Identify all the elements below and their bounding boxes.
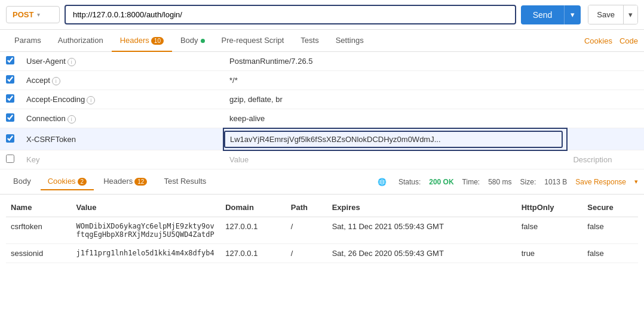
save-response-arrow[interactable]: ▾	[634, 178, 638, 186]
cookie-row-1: sessionid j1f11prg1lnh1elo5d1kki4m4x8dfy…	[6, 244, 638, 263]
method-select[interactable]: POST ▾	[6, 6, 60, 23]
save-button[interactable]: Save	[588, 5, 623, 24]
header-desc-1	[567, 71, 644, 90]
headers-section: User-Agenti PostmanRuntime/7.26.5 Accept…	[0, 52, 644, 169]
cookies-badge: 2	[78, 178, 87, 186]
header-checkbox-2[interactable]	[6, 94, 14, 103]
cookie-path-1: /	[286, 244, 327, 263]
cookie-name-1: sessionid	[6, 244, 72, 263]
response-tab-test-results[interactable]: Test Results	[157, 173, 213, 190]
send-group: Send ▾	[521, 5, 581, 24]
cookie-path-0: /	[286, 217, 327, 244]
header-key-2: Accept-Encoding	[26, 95, 85, 104]
response-tab-cookies[interactable]: Cookies2	[41, 173, 94, 190]
tab-body[interactable]: Body	[172, 30, 213, 52]
col-path: Path	[286, 197, 327, 217]
globe-icon: 🌐	[378, 178, 387, 186]
cookies-section: Name Value Domain Path Expires HttpOnly …	[0, 197, 644, 263]
header-checkbox-3[interactable]	[6, 113, 14, 122]
url-input[interactable]	[65, 5, 516, 24]
header-key-3: Connection	[26, 114, 66, 123]
cookies-table-header: Name Value Domain Path Expires HttpOnly …	[6, 197, 638, 217]
tab-headers[interactable]: Headers10	[112, 30, 172, 52]
table-row: X-CSRFToken Lw1avYjR4EmrsjVgf5lk6fSsXBZs…	[0, 128, 644, 150]
header-checkbox-4[interactable]	[6, 134, 14, 143]
method-label: POST	[13, 10, 33, 19]
info-icon-3[interactable]: i	[68, 115, 76, 124]
save-response-button[interactable]: Save Response	[575, 178, 626, 186]
header-checkbox-0[interactable]	[6, 56, 14, 64]
cookie-value-1: j1f11prg1lnh1elo5d1kki4m4x8dfyb4	[72, 244, 221, 263]
info-icon-2[interactable]: i	[87, 96, 95, 104]
response-bar: Body Cookies2 Headers12 Test Results 🌐 S…	[0, 169, 644, 195]
header-key-1: Accept	[26, 76, 50, 85]
header-desc-0	[567, 52, 644, 71]
header-value-0: PostmanRuntime/7.26.5	[229, 57, 312, 66]
save-dropdown-button[interactable]: ▾	[623, 5, 637, 24]
cookie-secure-1: false	[582, 244, 638, 263]
col-expires: Expires	[327, 197, 517, 217]
request-tabs-bar: Params Authorization Headers10 Body Pre-…	[0, 30, 644, 52]
method-dropdown-icon: ▾	[37, 11, 40, 18]
table-row: Accepti */*	[0, 71, 644, 90]
size-label: Size:	[520, 178, 536, 186]
header-checkbox-1[interactable]	[6, 75, 14, 84]
header-value-placeholder: Value	[229, 155, 249, 164]
col-name: Name	[6, 197, 72, 217]
tab-authorization[interactable]: Authorization	[50, 30, 112, 52]
header-desc-4	[567, 128, 644, 150]
cookie-expires-1: Sat, 26 Dec 2020 05:59:43 GMT	[327, 244, 517, 263]
cookie-domain-0: 127.0.0.1	[220, 217, 286, 244]
header-key-placeholder: Key	[26, 155, 39, 164]
response-tab-headers[interactable]: Headers12	[96, 173, 154, 190]
tab-settings[interactable]: Settings	[327, 30, 372, 52]
cookie-domain-1: 127.0.0.1	[220, 244, 286, 263]
cookies-table: Name Value Domain Path Expires HttpOnly …	[6, 197, 638, 263]
top-bar: POST ▾ Send ▾ Save ▾	[0, 0, 644, 30]
table-row: User-Agenti PostmanRuntime/7.26.5	[0, 52, 644, 71]
info-icon-0[interactable]: i	[68, 58, 76, 66]
headers-table: User-Agenti PostmanRuntime/7.26.5 Accept…	[0, 52, 644, 169]
cookie-secure-0: false	[582, 217, 638, 244]
code-link[interactable]: Code	[620, 36, 638, 45]
size-value: 1013 B	[544, 178, 567, 186]
headers-badge: 10	[151, 37, 164, 45]
table-row: Connectioni keep-alive	[0, 109, 644, 128]
col-httponly: HttpOnly	[517, 197, 583, 217]
status-info: 🌐 Status: 200 OK Time: 580 ms Size: 1013…	[378, 178, 638, 186]
col-value: Value	[72, 197, 221, 217]
header-value-4: Lw1avYjR4EmrsjVgf5lk6fSsXBZsONlokDCDHyz0…	[230, 135, 441, 144]
header-desc-3	[567, 109, 644, 128]
tab-prerequest[interactable]: Pre-request Script	[213, 30, 293, 52]
response-headers-badge: 12	[134, 178, 147, 186]
cookie-httponly-1: true	[517, 244, 583, 263]
cookie-name-0: csrftoken	[6, 217, 72, 244]
tabs-right: Cookies Code	[584, 36, 638, 45]
col-domain: Domain	[220, 197, 286, 217]
time-value: 580 ms	[488, 178, 511, 186]
tab-params[interactable]: Params	[6, 30, 50, 52]
header-key-4: X-CSRFToken	[26, 135, 76, 144]
table-row: Accept-Encodingi gzip, deflate, br	[0, 90, 644, 109]
tab-tests[interactable]: Tests	[292, 30, 327, 52]
header-value-1: */*	[229, 76, 238, 85]
status-value: 200 OK	[429, 178, 453, 186]
cookie-value-0: WOmDibiXDo6ykagYc6elpMjE9zkty9ovftqgEgHb…	[72, 217, 221, 244]
response-tab-body[interactable]: Body	[6, 173, 38, 190]
cookie-row-0: csrftoken WOmDibiXDo6ykagYc6elpMjE9zkty9…	[6, 217, 638, 244]
table-row: Key Value Description	[0, 150, 644, 169]
save-group: Save ▾	[588, 5, 638, 24]
header-value-2: gzip, deflate, br	[229, 95, 283, 104]
send-dropdown-button[interactable]: ▾	[564, 5, 581, 24]
cookie-expires-0: Sat, 11 Dec 2021 05:59:43 GMT	[327, 217, 517, 244]
time-label: Time:	[462, 178, 480, 186]
header-desc-placeholder: Description	[567, 150, 644, 169]
send-button[interactable]: Send	[521, 5, 565, 24]
header-checkbox-5[interactable]	[6, 155, 14, 163]
cookies-link[interactable]: Cookies	[584, 36, 612, 45]
header-desc-2	[567, 90, 644, 109]
info-icon-1[interactable]: i	[52, 77, 60, 85]
status-label: Status:	[398, 178, 421, 186]
body-dot	[201, 39, 205, 43]
header-key-0: User-Agent	[26, 57, 66, 66]
